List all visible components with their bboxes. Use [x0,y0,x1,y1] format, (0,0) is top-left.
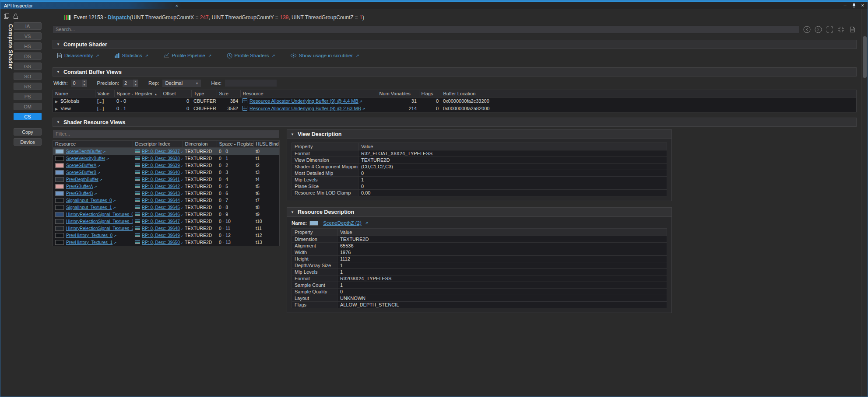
view-description-header[interactable]: ▼ View Description [287,130,671,139]
profile-shaders-link[interactable]: Profile Shaders ↗ [227,53,275,59]
resource-link[interactable]: Resource Allocator Underlying Buffer (9)… [250,98,358,104]
precision-input[interactable] [123,80,133,87]
table-row[interactable]: SceneGBufferA↗ RP: 0, Desc: 39639↗ TEXTU… [53,162,279,169]
stage-button[interactable]: SO [14,73,42,80]
resource-link[interactable]: PrevGBufferB [66,191,93,196]
representation-dropdown[interactable]: Decimal ▼ [162,79,201,87]
column-header[interactable]: Num Variables [377,90,419,97]
statistics-link[interactable]: Statistics ↗ [114,53,149,58]
link-label[interactable]: Show usage in scrubber [299,53,353,58]
pin-icon[interactable] [852,3,856,8]
stage-button[interactable]: CS [14,113,42,120]
table-row[interactable]: HistoryRejectionSignal_Textures_1↗ RP: 0… [53,218,279,225]
resource-link[interactable]: HistoryRejectionSignal_Textures_1 [66,219,133,224]
chevron-down-icon[interactable]: ▼ [291,210,294,214]
chevron-down-icon[interactable]: ▼ [56,120,60,124]
descriptor-link[interactable]: RP: 0, Desc: 39638 [142,156,180,161]
row-expander-icon[interactable]: ▶ [55,100,58,104]
table-row[interactable]: PrevDepthBuffer↗ RP: 0, Desc: 39641↗ TEX… [53,176,279,183]
scrollbar-thumb[interactable] [863,36,867,78]
filter-input[interactable] [53,130,280,138]
sidebar-action-button[interactable]: Device [14,138,42,146]
chevron-down-icon[interactable]: ▼ [56,42,60,46]
table-row[interactable]: SignalInput_Textures_0↗ RP: 0, Desc: 396… [53,197,279,204]
table-row[interactable]: PrevHistory_Textures_0↗ RP: 0, Desc: 396… [53,232,279,239]
descriptor-link[interactable]: RP: 0, Desc: 39643 [142,191,180,196]
sidebar-action-button[interactable]: Copy [14,128,42,136]
column-header[interactable]: Dimension [183,141,217,148]
resource-link[interactable]: HistoryRejectionSignal_Textures_2 [66,226,133,231]
table-row[interactable]: ▶View [...] 0 - 1 0 CBUFFER 3552 Resourc… [53,104,856,112]
stage-button[interactable]: DS [14,52,42,60]
hex-input[interactable] [225,79,277,87]
stage-button[interactable]: PS [14,93,42,100]
descriptor-link[interactable]: RP: 0, Desc: 39648 [142,226,180,231]
link-label[interactable]: Profile Pipeline [172,53,205,58]
compute-shader-section-header[interactable]: ▼ Compute Shader [53,40,857,49]
stage-button[interactable]: HS [14,42,42,50]
column-header[interactable]: Space - Register▲ [114,90,161,97]
copy-pages-icon[interactable] [4,13,10,19]
descriptor-link[interactable]: RP: 0, Desc: 39645 [142,205,180,210]
table-row[interactable]: HistoryRejectionSignal_Textures_0↗ RP: 0… [53,211,279,218]
stage-button[interactable]: IA [14,22,42,30]
chevron-down-icon[interactable]: ▼ [291,132,294,136]
column-header[interactable]: Descriptor Index [133,141,183,148]
column-header[interactable] [554,90,856,97]
column-header[interactable]: Buffer Location [441,90,554,97]
stage-button[interactable]: GS [14,63,42,70]
descriptor-link[interactable]: RP: 0, Desc: 39637 [142,149,180,154]
resource-name-link[interactable]: SceneDepthZ (2) [323,220,362,226]
expand-all-icon[interactable] [826,25,834,34]
descriptor-link[interactable]: RP: 0, Desc: 39639 [142,163,180,168]
collapse-all-icon[interactable] [837,25,845,34]
profile-pipeline-link[interactable]: Profile Pipeline ↗ [163,53,211,58]
column-header[interactable]: Resource [240,90,377,97]
show-usage-scrubber-link[interactable]: Show usage in scrubber ↗ [290,53,359,58]
table-row[interactable]: ▶$Globals [...] 0 - 0 0 CBUFFER 384 Reso… [53,97,856,104]
vertical-scrollbar[interactable] [861,9,868,397]
link-label[interactable]: Statistics [122,53,142,58]
tab-close-icon[interactable]: × [174,3,179,8]
column-header[interactable]: Flags [419,90,441,97]
column-header[interactable]: Value [95,90,114,97]
table-row[interactable]: SceneVelocityBuffer↗ RP: 0, Desc: 39638↗… [53,155,279,162]
history-forward-icon[interactable] [814,25,822,34]
spin-up-icon[interactable]: ▲ [133,80,138,84]
table-row[interactable]: PrevHistory_Textures_1↗ RP: 0, Desc: 396… [53,239,279,246]
column-header[interactable]: Size [217,90,240,97]
column-header[interactable]: Type [191,90,217,97]
constant-buffer-views-section-header[interactable]: ▼ Constant Buffer Views [53,67,857,77]
table-row[interactable]: SceneGBufferB↗ RP: 0, Desc: 39640↗ TEXTU… [53,169,279,176]
column-header[interactable]: Space - Register▲ [217,141,253,148]
history-back-icon[interactable] [803,25,811,34]
table-row[interactable]: PrevGBufferB↗ RP: 0, Desc: 39643↗ TEXTUR… [53,190,279,197]
resource-link[interactable]: PrevGBufferA [66,184,93,189]
resource-link[interactable]: SceneVelocityBuffer [66,156,105,161]
resource-link[interactable]: HistoryRejectionSignal_Textures_0 [66,212,133,217]
link-label[interactable]: Disassembly [64,53,93,58]
spin-down-icon[interactable]: ▼ [133,83,138,87]
column-header[interactable]: Offset [161,90,191,97]
lock-icon[interactable] [13,13,18,19]
resource-link[interactable]: SceneDepthBuffer [66,149,102,154]
resource-description-header[interactable]: ▼ Resource Description [287,208,671,217]
title-tab[interactable]: API Inspector × [0,2,182,9]
table-row[interactable]: HistoryRejectionSignal_Textures_2↗ RP: 0… [53,225,279,232]
link-label[interactable]: Profile Shaders [235,53,269,58]
column-header[interactable]: Name [53,90,95,97]
table-row[interactable]: SignalInput_Textures_1↗ RP: 0, Desc: 396… [53,204,279,211]
descriptor-link[interactable]: RP: 0, Desc: 39650 [142,240,180,245]
spin-down-icon[interactable]: ▼ [82,83,87,87]
column-header[interactable]: HLSL Bind [253,141,279,148]
resource-link[interactable]: SceneGBufferB [66,170,96,175]
stage-button[interactable]: VS [14,32,42,40]
column-header[interactable]: Resource [53,141,133,148]
resource-link[interactable]: Resource Allocator Underlying Buffer (9)… [250,106,361,111]
descriptor-link[interactable]: RP: 0, Desc: 39641 [142,177,180,182]
resource-link[interactable]: PrevDepthBuffer [66,177,98,182]
width-input[interactable] [71,80,82,87]
resource-link[interactable]: SignalInput_Textures_0 [66,198,112,203]
descriptor-link[interactable]: RP: 0, Desc: 39640 [142,170,180,175]
stage-button[interactable]: RS [14,83,42,90]
